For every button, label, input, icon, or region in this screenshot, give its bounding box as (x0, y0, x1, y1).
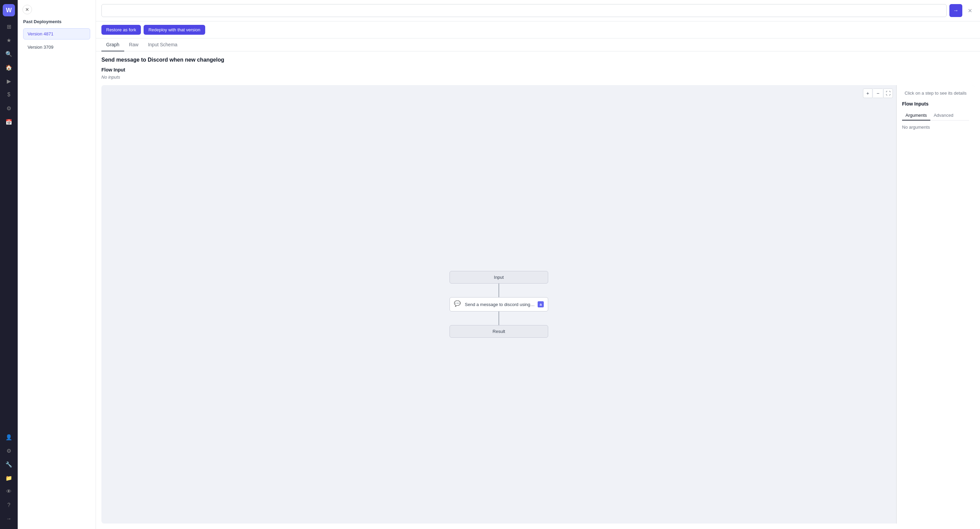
tab-raw[interactable]: Raw (124, 38, 143, 51)
right-tab-arguments[interactable]: Arguments (902, 111, 930, 121)
version-item-3709[interactable]: Version 3709 (23, 41, 90, 53)
sidebar-item-home[interactable]: 🏠 (3, 61, 15, 73)
sidebar-item-settings[interactable]: ⚙ (3, 445, 15, 457)
sidebar-item-expand[interactable]: → (3, 513, 15, 525)
sidebar-item-schedule[interactable]: 📅 (3, 116, 15, 128)
sidebar-item-starred[interactable]: ★ (3, 34, 15, 46)
flow-node-input[interactable]: Input (450, 271, 548, 284)
flow-title: Send message to Discord when new changel… (102, 57, 975, 63)
flow-input-label: Flow Input (102, 67, 975, 73)
toolbar-close-button[interactable]: ✕ (965, 6, 975, 15)
sidebar-item-run[interactable]: ▶ (3, 75, 15, 87)
right-tab-advanced[interactable]: Advanced (930, 111, 957, 121)
tab-graph[interactable]: Graph (102, 38, 124, 51)
click-hint-text: Click on a step to see its details (902, 91, 969, 96)
modal-tabs: Graph Raw Input Schema (96, 38, 980, 51)
sidebar-item-tools[interactable]: 🔧 (3, 458, 15, 470)
right-panel-tabs: Arguments Advanced (902, 111, 969, 121)
zoom-in-button[interactable]: + (863, 89, 872, 98)
past-deployments-title: Past Deployments (23, 19, 90, 24)
toolbar-input[interactable] (102, 4, 947, 17)
fullscreen-button[interactable]: ⛶ (883, 89, 893, 98)
main-content: Send message to Di No arguments u/henri/… (18, 0, 980, 529)
no-inputs-text: No inputs (102, 75, 975, 80)
modal-sidebar: Past Deployments Version 4871 Version 37… (18, 0, 96, 529)
modal-overlay: ✕ Past Deployments Version 4871 Version … (18, 0, 980, 529)
restore-as-fork-button[interactable]: Restore as fork (102, 25, 141, 35)
flow-node-result[interactable]: Result (450, 325, 548, 338)
graph-right-panel: Click on a step to see its details Flow … (896, 85, 975, 524)
connector-2 (498, 311, 499, 325)
connector-1 (498, 284, 499, 297)
sidebar-item-users[interactable]: 👤 (3, 431, 15, 443)
modal-content-area: Send message to Discord when new changel… (96, 51, 980, 529)
close-icon: ✕ (25, 7, 29, 12)
sidebar-item-search[interactable]: 🔍 (3, 48, 15, 60)
flow-node-step[interactable]: 💬 Send a message to discord using w... a (450, 297, 548, 311)
modal-toolbar: → ✕ (96, 0, 980, 21)
modal-close-button[interactable]: ✕ (22, 5, 32, 14)
graph-controls: + − ⛶ (863, 89, 893, 98)
flow-header: Send message to Discord when new changel… (96, 51, 980, 82)
flow-diagram: Input 💬 Send a message to discord using … (443, 257, 555, 351)
run-icon: → (953, 8, 959, 14)
run-button[interactable]: → (950, 4, 962, 17)
no-arguments-text: No arguments (902, 124, 969, 130)
logo[interactable]: W (3, 4, 15, 16)
zoom-out-button[interactable]: − (873, 89, 883, 98)
sidebar-item-help[interactable]: ? (3, 499, 15, 511)
sidebar-item-view[interactable]: 👁 (3, 486, 15, 498)
sidebar-item-integrations[interactable]: ⚙ (3, 102, 15, 115)
graph-container: + − ⛶ Input (102, 85, 975, 524)
step-discord-icon: 💬 (454, 300, 462, 308)
sidebar-item-billing[interactable]: $ (3, 89, 15, 101)
step-label: Send a message to discord using w... (465, 302, 535, 307)
tab-input-schema[interactable]: Input Schema (143, 38, 182, 51)
action-buttons-row: Restore as fork Redeploy with that versi… (96, 21, 980, 38)
graph-canvas: + − ⛶ Input (102, 85, 896, 524)
toolbar-close-icon: ✕ (968, 8, 972, 14)
modal-main: → ✕ Restore as fork Redeploy with that v… (96, 0, 980, 529)
version-item-4871[interactable]: Version 4871 (23, 28, 90, 40)
flow-inputs-title: Flow Inputs (902, 101, 969, 107)
app-sidebar: W ⊞ ★ 🔍 🏠 ▶ $ ⚙ 📅 👤 ⚙ 🔧 📁 👁 ? → (0, 0, 18, 529)
redeploy-button[interactable]: Redeploy with that version (143, 25, 205, 35)
step-badge: a (538, 301, 544, 308)
modal: ✕ Past Deployments Version 4871 Version … (18, 0, 980, 529)
sidebar-item-files[interactable]: 📁 (3, 472, 15, 484)
sidebar-item-dashboard[interactable]: ⊞ (3, 21, 15, 33)
